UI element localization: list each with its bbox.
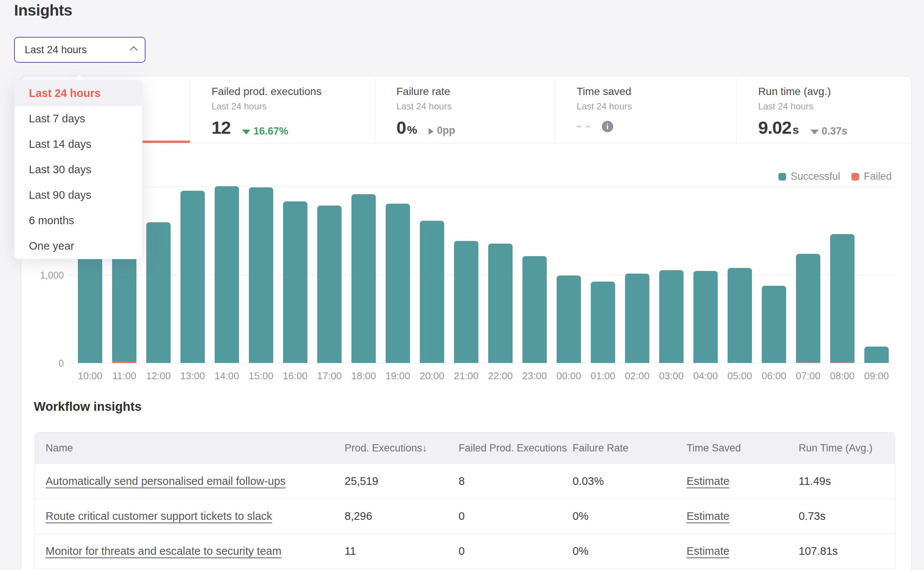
stat-value-suffix: % (407, 124, 417, 136)
stat-value-suffix: s (793, 124, 799, 136)
workflow-name-link[interactable]: Route critical customer support tickets … (46, 510, 272, 522)
x-axis-label: 05:00 (721, 370, 759, 382)
menu-item-last-7-days[interactable]: Last 7 days (14, 106, 142, 131)
estimate-link[interactable]: Estimate (687, 545, 729, 557)
gridline (69, 187, 894, 187)
stat-title: Time saved (577, 86, 737, 98)
cell-prod_executions: 25,519 (345, 475, 378, 487)
time-saved-empty-dash (585, 126, 590, 127)
cell-failed_prod_executions: 0 (459, 545, 465, 557)
chart-bar-05:00[interactable] (728, 268, 752, 363)
chart-bar-00:00[interactable] (557, 276, 581, 363)
stat-card-failure-rate[interactable]: Failure rate Last 24 hours 0 % 0pp (375, 76, 555, 143)
chart-bar-20:00[interactable] (420, 221, 444, 363)
x-axis-label: 12:00 (139, 370, 177, 382)
x-axis-label: 18:00 (345, 370, 383, 382)
chart-bar-04:00[interactable] (693, 271, 718, 363)
menu-item-last-14-days[interactable]: Last 14 days (14, 131, 142, 157)
column-header-failed-prod-executions[interactable]: Failed Prod. Executions (459, 442, 573, 454)
stat-delta: 0pp (429, 125, 455, 136)
menu-item-6-months[interactable]: 6 months (14, 208, 142, 233)
chart-bar-10:00[interactable] (78, 254, 102, 363)
chart-bar-19:00[interactable] (386, 204, 410, 363)
cell-failure_rate: 0% (573, 545, 589, 557)
x-axis-label: 10:00 (71, 370, 109, 382)
chart-bar-14:00[interactable] (215, 186, 239, 363)
workflow-name-link[interactable]: Automatically send personalised email fo… (46, 475, 286, 487)
stat-period: Last 24 hours (758, 101, 911, 112)
stat-delta-text: 0.37s (822, 125, 848, 137)
time-range-menu: Last 24 hoursLast 7 daysLast 14 daysLast… (14, 80, 142, 259)
column-header-failure-rate[interactable]: Failure Rate (573, 442, 687, 454)
chart-legend: SuccessfulFailed (778, 171, 892, 182)
chart-bar-18:00[interactable] (351, 194, 376, 363)
legend-item-failed[interactable]: Failed (851, 171, 892, 182)
stat-title: Run time (avg.) (758, 86, 911, 98)
column-header-name[interactable]: Name (35, 442, 345, 454)
chart-bar-failed-segment (112, 361, 136, 363)
chart-bar-06:00[interactable] (762, 286, 786, 363)
chart-bar-08:00[interactable] (830, 234, 854, 363)
executions-chart: 10:0011:0012:0013:0014:0015:0016:0017:00… (69, 187, 894, 363)
x-axis-label: 06:00 (755, 370, 793, 382)
chart-bar-03:00[interactable] (659, 270, 684, 363)
column-header-time-saved[interactable]: Time Saved (687, 442, 799, 454)
time-range-select-value: Last 24 hours (25, 44, 129, 56)
column-header-prod-executions[interactable]: Prod. Executions↓ (345, 442, 459, 454)
time-range-select[interactable]: Last 24 hours (14, 37, 146, 63)
estimate-link[interactable]: Estimate (687, 510, 729, 522)
x-axis-label: 20:00 (413, 370, 451, 382)
x-axis-label: 11:00 (105, 370, 143, 382)
chart-bar-15:00[interactable] (249, 187, 273, 363)
table-header-row: NameProd. Executions↓Failed Prod. Execut… (35, 432, 895, 464)
estimate-link[interactable]: Estimate (687, 475, 729, 487)
chart-bar-01:00[interactable] (591, 282, 615, 363)
x-axis-label: 09:00 (858, 370, 896, 382)
chevron-up-icon (130, 46, 138, 54)
stat-period: Last 24 hours (212, 101, 375, 112)
menu-item-last-90-days[interactable]: Last 90 days (14, 182, 142, 208)
stat-card-time-saved[interactable]: Time saved Last 24 hours i (555, 76, 737, 143)
chart-bar-09:00[interactable] (864, 347, 889, 363)
chart-bar-23:00[interactable] (522, 256, 547, 363)
chart-bar-17:00[interactable] (317, 206, 342, 363)
menu-item-last-30-days[interactable]: Last 30 days (14, 157, 142, 182)
x-axis-label: 21:00 (447, 370, 485, 382)
cell-prod_executions: 8,296 (345, 510, 372, 522)
x-axis-label: 00:00 (550, 370, 588, 382)
stat-card-failed-executions[interactable]: Failed prod. executions Last 24 hours 12… (190, 76, 375, 143)
table-row: Monitor for threats and escalate to secu… (35, 534, 895, 568)
stat-value: 12 (212, 117, 231, 138)
legend-item-successful[interactable]: Successful (778, 171, 840, 182)
cell-run_time_avg: 11.49s (799, 475, 831, 487)
workflow-insights-title: Workflow insights (34, 399, 142, 414)
chart-bar-07:00[interactable] (796, 254, 820, 363)
stat-value: 9.02 (758, 117, 791, 138)
cell-failure_rate: 0.03% (573, 475, 604, 487)
x-axis-label: 03:00 (652, 370, 690, 382)
menu-item-last-24-hours[interactable]: Last 24 hours (14, 81, 142, 106)
chart-bar-21:00[interactable] (454, 241, 478, 363)
insights-page: Insights Last 24 hours Failed prod. exec… (0, 0, 924, 570)
x-axis-label: 01:00 (584, 370, 622, 382)
chart-bar-16:00[interactable] (283, 201, 307, 363)
chart-bar-12:00[interactable] (146, 222, 171, 363)
stat-card-run-time[interactable]: Run time (avg.) Last 24 hours 9.02 s 0.3… (737, 76, 911, 143)
x-axis-label: 19:00 (379, 370, 417, 382)
column-header-run-time-avg-[interactable]: Run Time (Avg.) (799, 442, 895, 454)
workflow-insights-table: NameProd. Executions↓Failed Prod. Execut… (35, 432, 895, 569)
chart-bar-11:00[interactable] (112, 253, 136, 363)
stat-value: 0 (396, 117, 406, 138)
x-axis-label: 17:00 (310, 370, 348, 382)
chart-bar-22:00[interactable] (488, 244, 513, 363)
cell-prod_executions: 11 (345, 545, 356, 557)
triangle-down-icon (810, 130, 819, 135)
x-axis-label: 16:00 (276, 370, 314, 382)
info-icon[interactable]: i (602, 121, 613, 132)
chart-bar-02:00[interactable] (625, 274, 649, 363)
workflow-name-link[interactable]: Monitor for threats and escalate to secu… (46, 545, 282, 557)
stats-row: Failed prod. executions Last 24 hours 12… (21, 76, 911, 143)
chart-bar-13:00[interactable] (180, 191, 205, 363)
chart-bar-failed-segment (796, 362, 820, 363)
menu-item-one-year[interactable]: One year (14, 233, 142, 259)
